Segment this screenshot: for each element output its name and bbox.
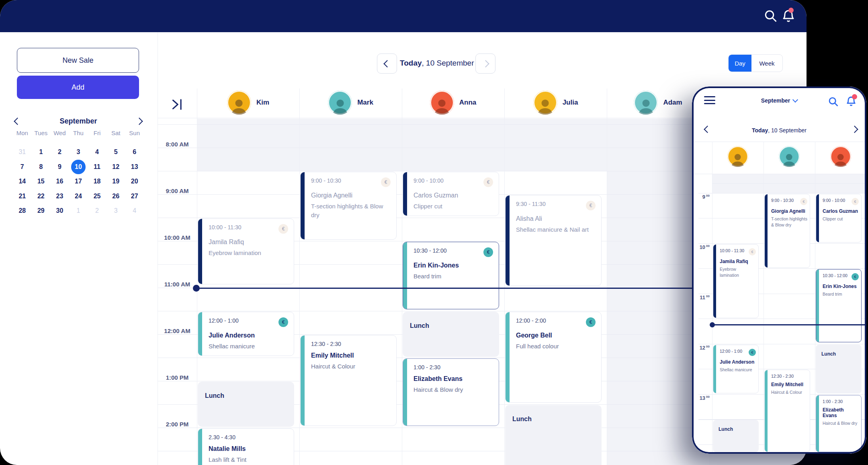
calendar-day[interactable]: 24 [69, 189, 88, 204]
next-day-button[interactable] [475, 53, 495, 74]
lunch-block-kim[interactable]: Lunch [198, 382, 294, 427]
calendar-day[interactable]: 3 [106, 204, 125, 218]
collapse-sidebar-icon[interactable] [170, 98, 184, 110]
calendar-day[interactable]: 19 [106, 174, 125, 189]
appointment-time: 12:30 - 2:30 [771, 374, 794, 379]
calendar-day[interactable]: 23 [50, 189, 69, 204]
lunch-block-julia[interactable]: Lunch [505, 405, 602, 465]
calendar-day[interactable]: 21 [13, 189, 32, 204]
calendar-day[interactable]: 30 [50, 204, 69, 218]
calendar-day[interactable]: 16 [50, 174, 69, 189]
appointment-elizabeth-evans[interactable]: 1:00 - 2:30 Elizabeth Evans Haircut & Bl… [403, 358, 499, 426]
staff-name: Julia [563, 99, 578, 107]
mobile-next-day-icon[interactable] [852, 126, 860, 134]
date-label: , 10 September [768, 127, 807, 134]
calendar-day[interactable]: 11 [88, 160, 106, 175]
calendar-day[interactable]: 2 [50, 145, 69, 160]
mobile-appointment-giorgia-agnelli[interactable]: 9:00 - 10:30€ Giorgia Agnelli T-section … [764, 194, 810, 268]
calendar-day[interactable]: 20 [125, 174, 144, 189]
calendar-day[interactable]: 29 [32, 204, 51, 218]
calendar-day[interactable]: 18 [88, 174, 106, 189]
staff-header-anna[interactable]: Anna [402, 88, 504, 117]
appointment-natalie-mills[interactable]: 2.30 - 4:30 Natalie Mills Lash lift & Ti… [198, 428, 294, 465]
mobile-appointment-emily-mitchell[interactable]: 12:30 - 2:30 Emily Mitchell Haircut & Co… [764, 370, 810, 452]
staff-header-mark[interactable]: Mark [299, 88, 402, 117]
mobile-staff-avatar-kim[interactable] [727, 146, 748, 167]
calendar-day[interactable]: 8 [32, 160, 51, 175]
mobile-appointment-julie-anderson[interactable]: 12:00 - 1:00€ Julie Anderson Shellac man… [713, 345, 759, 393]
menu-hamburger-icon[interactable] [704, 96, 715, 104]
calendar-day[interactable]: 26 [106, 189, 125, 204]
mobile-lunch-block-kim[interactable]: Lunch [713, 420, 759, 452]
search-icon[interactable] [764, 9, 778, 23]
mobile-staff-avatar-anna[interactable] [830, 146, 851, 167]
mobile-notification-bell-icon[interactable] [845, 96, 857, 107]
toggle-day-button[interactable]: Day [729, 55, 751, 72]
staff-header-kim[interactable]: Kim [197, 88, 299, 117]
appointment-jamila-rafiq[interactable]: 10:00 - 11:30€ Jamila Rafiq Eyebrow lami… [198, 218, 294, 284]
prev-day-button[interactable] [377, 53, 397, 74]
appointment-time: 12:30 - 2:30 [311, 341, 341, 347]
mobile-appointment-elizabeth-evans[interactable]: 1:00 - 2:30 Elizabeth Evans Haircut & Bl… [816, 395, 862, 452]
appointment-client: Julie Anderson [720, 359, 756, 365]
calendar-day[interactable]: 12 [106, 160, 125, 175]
appointment-emily-mitchell[interactable]: 12:30 - 2:30 Emily Mitchell Haircut & Co… [300, 335, 397, 426]
calendar-day[interactable]: 1 [32, 145, 51, 160]
calendar-day[interactable]: 31 [13, 145, 32, 160]
euro-badge-icon: € [586, 201, 596, 210]
mobile-appointment-jamila-rafiq[interactable]: 10:00 - 11:30€ Jamila Rafiq Eyebrow lami… [713, 244, 759, 318]
appointment-alisha-ali[interactable]: 9:30 - 11:30€ Alisha Ali Shellac manicur… [505, 195, 602, 286]
grid-column-line [299, 88, 300, 465]
calendar-day[interactable]: 17 [69, 174, 88, 189]
calendar-day[interactable]: 9 [50, 160, 69, 175]
mobile-lunch-block-anna[interactable]: Lunch [816, 345, 862, 393]
calendar-day[interactable]: 10 [69, 160, 88, 175]
appointment-time: 10:30 - 12:00 [823, 273, 848, 278]
mobile-appointment-carlos-guzman[interactable]: 9:00 - 10:00€ Carlos Guzman Clipper cut [816, 194, 862, 243]
calendar-day[interactable]: 25 [88, 189, 106, 204]
calendar-next-icon[interactable] [134, 116, 145, 126]
calendar-day[interactable]: 4 [125, 204, 144, 218]
calendar-day[interactable]: 5 [106, 145, 125, 160]
new-sale-button[interactable]: New Sale [17, 48, 139, 73]
mobile-current-time-indicator [712, 324, 866, 325]
calendar-day[interactable]: 13 [125, 160, 144, 175]
appointment-client: Elizabeth Evans [823, 407, 859, 418]
mobile-appointment-erin-kin-jones[interactable]: 10:30 - 12:00€ Erin Kin-Jones Beard trim [816, 269, 862, 342]
calendar-day[interactable]: 22 [32, 189, 51, 204]
toggle-week-button[interactable]: Week [751, 55, 782, 72]
calendar-day[interactable]: 3 [69, 145, 88, 160]
appointment-service: Haircut & Blow dry [414, 385, 493, 394]
mobile-staff-avatar-mark[interactable] [779, 146, 800, 167]
calendar-day[interactable]: 27 [125, 189, 144, 204]
add-button[interactable]: Add [17, 76, 139, 99]
appointment-erin-kin-jones[interactable]: 10:30 - 12:00€ Erin Kin-Jones Beard trim [403, 242, 499, 309]
calendar-day[interactable]: 2 [88, 204, 106, 218]
calendar-day[interactable]: 7 [13, 160, 32, 175]
appointment-julie-anderson[interactable]: 12:00 - 1:00€ Julie Anderson Shellac man… [198, 312, 294, 356]
calendar-prev-icon[interactable] [12, 116, 23, 126]
euro-badge-icon: € [749, 248, 756, 255]
lunch-block-anna[interactable]: Lunch [403, 312, 499, 357]
staff-header-julia[interactable]: Julia [504, 88, 607, 117]
mobile-month-dropdown[interactable]: September [739, 97, 819, 104]
mobile-search-icon[interactable] [828, 96, 839, 107]
calendar-day[interactable]: 28 [13, 204, 32, 218]
mobile-grid-column-line [764, 142, 764, 452]
appointment-time: 9:00 - 10:00 [823, 198, 845, 203]
mobile-closed-hours-shading [712, 174, 866, 193]
appointment-giorgia-agnelli[interactable]: 9:00 - 10:30€ Giorgia Agnelli T-section … [300, 172, 397, 240]
appointment-george-bell[interactable]: 12:00 - 2:00€ George Bell Full head colo… [505, 312, 602, 403]
top-bar [0, 0, 807, 32]
calendar-day[interactable]: 6 [125, 145, 144, 160]
calendar-day[interactable]: 15 [32, 174, 51, 189]
mobile-date-title: Today, 10 September [716, 127, 842, 134]
screenshot-canvas: New Sale Add September MonTuesWedThuFriS… [0, 0, 868, 465]
calendar-day[interactable]: 14 [13, 174, 32, 189]
mobile-prev-day-icon[interactable] [705, 126, 713, 134]
calendar-day[interactable]: 1 [69, 204, 88, 218]
calendar-day[interactable]: 4 [88, 145, 106, 160]
appointment-carlos-guzman[interactable]: 9:00 - 10:00€ Carlos Guzman Clipper cut [403, 172, 499, 216]
appointment-client: Jamila Rafiq [720, 259, 756, 264]
notification-bell-icon[interactable] [781, 9, 796, 23]
